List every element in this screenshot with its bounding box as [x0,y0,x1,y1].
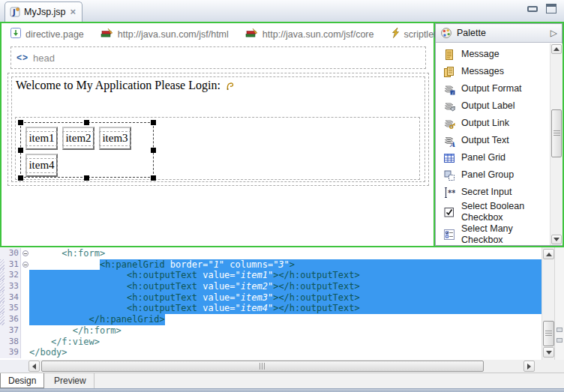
palette-item-output-format[interactable]: iOutput Format [443,80,557,97]
code-token [29,292,127,304]
code-token [29,270,127,281]
output-label-icon [443,100,455,112]
code-line-31[interactable]: 31 <h:panelGrid border="1" columns="3"> [0,259,542,271]
toolbar-item-directive-page[interactable]: directive.page [10,28,84,41]
output-text-element: item4 [26,158,57,173]
source-horizontal-scrollbar[interactable] [0,360,564,373]
code-line-32[interactable]: 32 <h:outputText value="item1"></h:outpu… [0,270,542,281]
editor-tab-myjsp[interactable]: J MyJsp.jsp × [4,1,82,22]
code-token [29,281,127,292]
palette-item-select-many-checkbox[interactable]: Select Many Checkbox [443,223,557,246]
collapse-minus-icon[interactable] [21,248,29,259]
grid-cell-item3[interactable]: item3 [99,127,131,150]
toolbar-item-http-java-sun-com-jsf-core[interactable]: http://java.sun.com/jsf/core [245,28,374,41]
palette-item-panel-grid[interactable]: Panel Grid [443,149,557,166]
scroll-up-button[interactable] [543,249,554,259]
editor-tab-title: MyJsp.jsp [24,7,66,17]
grid-cell-item2[interactable]: item2 [62,127,94,150]
fold-gutter [21,314,29,325]
source-editor[interactable]: 30 <h:form>31 <h:panelGrid border="1" co… [0,247,542,360]
code-token [224,259,230,271]
line-number: 30 [4,248,21,259]
palette-item-messages[interactable]: Messages [443,63,557,80]
panel-grid-table[interactable]: item1item2item3item4 [26,127,136,181]
taglib-icon [100,28,113,41]
scroll-up-button[interactable] [551,44,562,54]
collapse-minus-icon[interactable] [21,259,29,271]
toolbar-item-http-java-sun-com-jsf-html[interactable]: http://java.sun.com/jsf/html [100,28,229,41]
scroll-right-button[interactable] [524,361,535,372]
design-toolbar: directive.pagehttp://java.sun.com/jsf/ht… [10,28,453,41]
close-icon[interactable]: × [70,7,76,16]
scroll-down-button[interactable] [543,347,554,358]
code-line-37[interactable]: 37 </h:form> [0,325,542,337]
head-element-label: head [33,52,55,64]
selection-fill [360,281,542,292]
scrollbar-thumb[interactable] [41,361,484,372]
palette-collapse-icon[interactable]: ▷ [550,28,557,38]
annotation-marker[interactable] [556,328,562,332]
palette-header[interactable]: Palette ▷ [436,24,562,43]
selection-handle[interactable] [151,148,156,153]
palette-item-output-link[interactable]: Output Link [443,115,557,132]
scrollbar-thumb[interactable] [543,321,554,346]
palette-item-label: Output Format [461,83,550,94]
scroll-left-button[interactable] [28,361,40,372]
palette-item-output-label[interactable]: Output Label [443,97,557,115]
maximize-view-button[interactable] [546,4,556,13]
palette-item-secret-input[interactable]: **Secret Input [443,184,557,201]
code-text: </f:view> [29,337,542,348]
code-token [29,248,62,259]
palette-item-message[interactable]: Message [443,46,557,63]
scrollbar-thumb[interactable] [551,109,562,157]
code-token: <h:outputText [127,270,202,281]
grid-cell-item4[interactable]: item4 [26,154,58,177]
code-text: </h:panelGrid> [29,314,542,325]
code-token: value= [202,281,235,292]
code-line-34[interactable]: 34 <h:outputText value="item3"></h:outpu… [0,292,542,304]
selection-handle[interactable] [18,175,23,181]
code-line-33[interactable]: 33 <h:outputText value="item2"></h:outpu… [0,281,542,292]
code-token [29,314,88,325]
fold-gutter [21,347,29,358]
palette-item-label: Select Many Checkbox [461,223,550,246]
secret-input-icon: ** [443,187,455,199]
code-line-30[interactable]: 30 <h:form> [0,248,542,259]
selection-handle[interactable] [84,120,89,125]
palette-item-output-text[interactable]: AOutput Text [443,132,557,149]
selection-handle[interactable] [151,175,156,181]
fold-gutter [21,325,29,337]
minimize-view-button[interactable] [527,6,538,12]
messages-icon [443,66,455,78]
fold-gutter [21,281,29,292]
welcome-text[interactable]: Welcome to My Application Please Login: [16,79,235,92]
annotation-marker[interactable] [556,338,562,343]
palette-item-select-boolean-checkbox[interactable]: Select Boolean Checkbox [443,201,557,223]
output-text-element: item2 [62,131,94,146]
code-line-35[interactable]: 35 <h:outputText value="item4"></h:outpu… [0,303,542,314]
toolbar-item-scriptlet[interactable]: scriptlet [391,28,436,41]
code-line-36[interactable]: 36 </h:panelGrid> [0,314,542,325]
fold-gutter [21,303,29,314]
output-text-element: item3 [99,131,130,146]
code-token: value= [202,292,235,304]
code-text: <h:form> [29,248,542,259]
palette-scrollbar[interactable] [550,43,562,245]
grid-cell-item1[interactable]: item1 [26,127,58,150]
tab-design[interactable]: Design [0,373,44,388]
scroll-down-button[interactable] [551,235,562,244]
palette-item-panel-group[interactable]: Panel Group [443,166,557,184]
selection-handle[interactable] [18,120,23,125]
code-token: <h:outputText [127,303,202,314]
grid-row: item4 [26,154,136,177]
scriptlet-icon [391,28,400,41]
source-vertical-scrollbar[interactable] [542,247,555,360]
code-line-38[interactable]: 38 </f:view> [0,337,542,348]
palette-icon [440,27,452,39]
select-many-checkbox-icon [443,229,455,241]
selection-handle[interactable] [151,120,156,125]
head-element-box[interactable]: <> head [10,46,426,69]
tab-preview[interactable]: Preview [46,373,94,388]
selection-handle[interactable] [18,148,23,153]
code-line-39[interactable]: 39</body> [0,347,542,358]
